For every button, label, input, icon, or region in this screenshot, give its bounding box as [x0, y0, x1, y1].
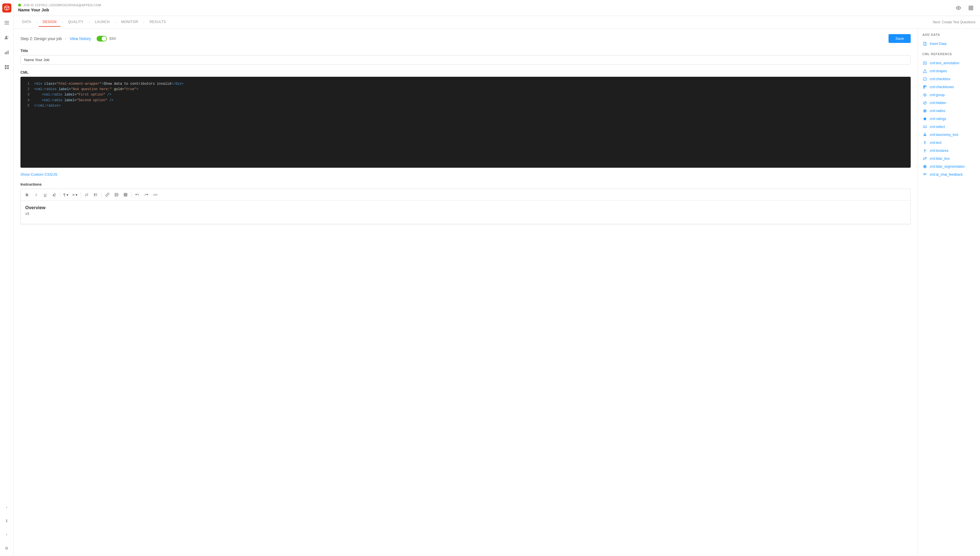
cml-hidden-item[interactable]: cml:hidden	[922, 99, 975, 107]
instructions-heading: Overview	[25, 205, 906, 210]
svg-rect-28	[124, 193, 127, 196]
cml-text-item[interactable]: T cml:text	[922, 139, 975, 147]
app-logo[interactable]	[2, 3, 11, 13]
cml-lidar-box-label: cml:lidar_box	[930, 157, 950, 161]
italic-button[interactable]: I	[32, 191, 40, 199]
cml-ai-chat-item[interactable]: cml:ai_chat_feedback	[922, 171, 975, 178]
svg-rect-41	[925, 86, 927, 87]
save-button[interactable]: Save	[888, 34, 911, 43]
cml-ai-chat-icon	[922, 172, 927, 177]
code-line-3: 3 <cml:radio label="First option" />	[25, 92, 906, 97]
cml-textarea-label: cml:textarea	[930, 149, 948, 153]
underline-button[interactable]: U	[41, 191, 49, 199]
code-line-5: 5 </cml:radios>	[25, 103, 906, 108]
svg-rect-8	[5, 65, 6, 67]
collapse-icon[interactable]: ›	[2, 503, 11, 512]
cml-select-item[interactable]: cml:select	[922, 123, 975, 131]
paragraph-button[interactable]: ¶ ▾	[62, 191, 70, 199]
code-line-2: 2 <cml:radios label="Ask question here:"…	[25, 87, 906, 92]
cml-label: CML	[21, 70, 911, 74]
ssv-toggle[interactable]	[97, 36, 107, 42]
insert-data-item[interactable]: Insert Data	[922, 40, 975, 48]
cml-shapes-item[interactable]: cml:shapes	[922, 67, 975, 75]
cml-taxonomy-item[interactable]: cml:taxonomy_tool	[922, 131, 975, 139]
cml-text-annotation-item[interactable]: cml:text_annotation	[922, 59, 975, 67]
table-button[interactable]	[122, 191, 129, 199]
svg-rect-6	[6, 52, 7, 54]
svg-rect-42	[924, 87, 925, 89]
info-icon[interactable]: ℹ	[2, 516, 11, 525]
rich-content[interactable]: Overview v3	[21, 201, 911, 223]
cml-lidar-box-item[interactable]: cml:lidar_box	[922, 155, 975, 163]
grid-apps-icon[interactable]	[2, 63, 11, 72]
cml-editor[interactable]: 1 <div class="html-element-wrapper">Show…	[21, 77, 911, 168]
cml-lidar-seg-item[interactable]: cml:lidar_segmentation	[922, 163, 975, 171]
eraser-button[interactable]	[50, 191, 58, 199]
undo-button[interactable]	[133, 191, 141, 199]
svg-rect-2	[5, 24, 9, 24]
code-line-1: 1 <div class="html-element-wrapper">Show…	[25, 81, 906, 87]
rich-toolbar: B I U ¶ ▾ ≡ ▾	[21, 189, 911, 201]
show-css-link[interactable]: Show Custom CSS/JS	[21, 172, 57, 176]
cml-lidar-box-icon	[922, 156, 927, 161]
cml-textarea-item[interactable]: ¶ cml:textarea	[922, 147, 975, 155]
svg-rect-11	[7, 67, 9, 69]
toolbar-sep-1	[60, 192, 60, 197]
next-label: Next: Create Test Questions	[933, 20, 975, 24]
nav-tabs: DATA › DESIGN › QUALITY › LAUNCH › MONIT…	[14, 16, 980, 28]
instructions-label: Instructions	[21, 182, 911, 186]
cml-text-label: cml:text	[930, 141, 941, 145]
tab-monitor[interactable]: MONITOR	[117, 18, 142, 27]
svg-rect-7	[8, 50, 8, 54]
rich-editor: B I U ¶ ▾ ≡ ▾	[21, 189, 911, 225]
cml-text-icon: T	[922, 140, 927, 145]
link-button[interactable]	[103, 191, 111, 199]
svg-rect-51	[924, 158, 925, 160]
grid-icon-button[interactable]	[966, 3, 975, 13]
tab-quality[interactable]: QUALITY	[64, 18, 87, 27]
svg-point-27	[116, 194, 116, 194]
cml-shapes-label: cml:shapes	[930, 69, 947, 73]
ssv-toggle-group: SSV	[97, 36, 116, 42]
toolbar-sep-4	[131, 192, 132, 197]
code-button[interactable]: </>	[152, 191, 160, 199]
people-icon[interactable]	[2, 33, 11, 42]
insert-data-label: Insert Data	[930, 42, 946, 46]
tab-results[interactable]: RESULTS	[145, 18, 170, 27]
cml-taxonomy-icon	[922, 132, 927, 137]
hamburger-icon[interactable]	[2, 18, 11, 27]
ul-button[interactable]	[92, 191, 100, 199]
collapse2-icon[interactable]: ›	[2, 530, 11, 539]
chart-icon[interactable]	[2, 48, 11, 57]
cml-ref-title: CML REFERENCE	[922, 52, 975, 56]
svg-point-44	[924, 94, 926, 96]
align-button[interactable]: ≡ ▾	[71, 191, 79, 199]
tab-data[interactable]: DATA	[18, 18, 35, 27]
view-history-link[interactable]: View history	[69, 36, 91, 41]
cml-ref-section: CML REFERENCE cml:text_annotation cml:sh…	[922, 52, 975, 178]
cml-checkboxes-icon	[922, 84, 927, 89]
cml-checkboxes-item[interactable]: cml:checkboxes	[922, 83, 975, 91]
g-letter-icon[interactable]: G	[2, 543, 11, 553]
eye-icon-button[interactable]	[954, 3, 963, 13]
cml-radios-item[interactable]: cml:radios	[922, 107, 975, 115]
svg-rect-15	[972, 8, 973, 10]
bold-button[interactable]: B	[23, 191, 31, 199]
svg-point-43	[924, 94, 925, 95]
svg-point-3	[5, 36, 7, 37]
cml-ratings-label: cml:ratings	[930, 117, 946, 121]
cml-hidden-icon	[922, 100, 927, 105]
image-button[interactable]	[113, 191, 121, 199]
job-title-header: Name Your Job	[18, 7, 951, 12]
svg-point-23	[94, 194, 95, 194]
redo-button[interactable]	[142, 191, 150, 199]
svg-rect-14	[972, 6, 973, 7]
tab-design[interactable]: DESIGN	[39, 18, 61, 27]
title-input[interactable]	[21, 55, 911, 65]
right-sidebar: ADD DATA Insert Data CML REFERENCE	[917, 28, 980, 556]
cml-group-item[interactable]: cml:group	[922, 91, 975, 99]
tab-launch[interactable]: LAUNCH	[91, 18, 114, 27]
cml-checkbox-item[interactable]: cml:checkbox	[922, 75, 975, 83]
ol-button[interactable]	[83, 191, 90, 199]
cml-ratings-item[interactable]: cml:ratings	[922, 115, 975, 123]
